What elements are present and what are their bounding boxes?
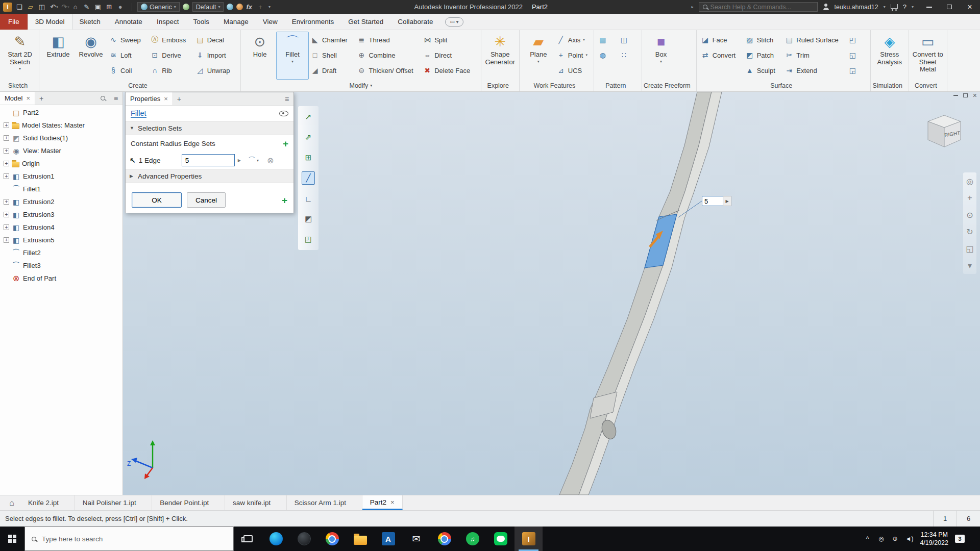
extend-surface-button[interactable]: ◰ ▾	[846, 32, 868, 47]
file-tab[interactable]: Scissor Arm 1.ipt ×	[287, 495, 362, 510]
ribbon-button[interactable]: ◣ Chamfer ▾	[309, 32, 355, 47]
menu-icon[interactable]: ≡	[280, 92, 293, 105]
expand-icon[interactable]: +	[4, 199, 9, 205]
radius-input[interactable]	[182, 154, 235, 166]
start-button[interactable]	[0, 527, 24, 551]
ribbon-button[interactable]: □ Shell ▾	[309, 47, 355, 63]
tree-item[interactable]: + Part2	[0, 106, 122, 119]
material-select[interactable]: Generic ▾	[137, 2, 180, 12]
ribbon-button[interactable]: ∿ Sweep ▾	[107, 32, 149, 47]
ribbon-tab[interactable]: Collaborate	[390, 14, 440, 30]
file-explorer-button[interactable]	[346, 527, 374, 551]
apply-plus-button[interactable]: +	[282, 195, 287, 205]
repair-surface-button[interactable]: ◲ ▾	[846, 63, 868, 78]
doc-close-icon[interactable]: ×	[973, 93, 977, 98]
capture-icon[interactable]: ▣ ▾	[94, 2, 104, 12]
ribbon-tab[interactable]: 3D Model	[28, 14, 72, 30]
notification-icon[interactable]: 3	[955, 535, 965, 543]
parameters-fx-icon[interactable]: fx	[246, 3, 252, 11]
line-button[interactable]	[486, 527, 514, 551]
ribbon-tab[interactable]: Get Started	[341, 14, 390, 30]
tree-item[interactable]: + View: Master	[0, 144, 122, 157]
user-name[interactable]: teuku.ahmad12	[835, 4, 878, 11]
section-selection-sets[interactable]: ▼ Selection Sets	[126, 121, 293, 135]
ribbon-button[interactable]: ⌒ Fillet ▾	[276, 32, 309, 80]
help-search-input[interactable]	[710, 4, 814, 11]
edge-button[interactable]	[262, 527, 290, 551]
help-dropdown-icon[interactable]: ▾	[912, 5, 914, 9]
sketch-driven-pattern-button[interactable]: ∷ ▾	[618, 47, 639, 63]
ribbon-button[interactable]: ⇓ Import ▾	[194, 47, 238, 63]
redo-icon[interactable]: ↷ ▾	[60, 2, 70, 12]
tree-item[interactable]: + Extrusion2	[0, 195, 122, 208]
viewport[interactable]: × ▶ RIGHT ◎+⊙↻◱▾	[123, 92, 980, 495]
user-avatar-icon[interactable]	[823, 4, 829, 10]
ribbon-button[interactable]: ✎ Start 2D Sketch ▾	[4, 32, 36, 80]
orbit-icon[interactable]: ↻	[965, 227, 975, 237]
visibility-eye-icon[interactable]	[279, 111, 288, 116]
expand-icon[interactable]: +	[4, 161, 9, 166]
expand-icon[interactable]: +	[4, 237, 9, 243]
tree-item[interactable]: + End of Part	[0, 272, 122, 285]
ribbon-button[interactable]: ⊿ UCS ▾	[555, 63, 591, 78]
tree-item[interactable]: + Solid Bodies(1)	[0, 132, 122, 144]
fillet-radius-input[interactable]	[702, 196, 723, 206]
inventor-app-icon[interactable]: I	[3, 3, 12, 12]
spotify-button[interactable]	[458, 527, 486, 551]
file-tab[interactable]: saw knife.ipt ×	[225, 495, 287, 510]
ribbon-button[interactable]: ◧ Extrude ▾	[42, 32, 75, 80]
tree-item[interactable]: + Extrusion5	[0, 234, 122, 246]
expand-icon[interactable]: +	[4, 212, 9, 217]
ribbon-button[interactable]: ⊙ Hole ▾	[243, 32, 276, 80]
browser-tab-model[interactable]: Model ×	[0, 92, 35, 105]
expand-icon[interactable]: +	[4, 122, 9, 128]
ribbon-button[interactable]: ◈ Stress Analysis ▾	[873, 32, 906, 80]
inventor-taskbar-button[interactable]	[514, 527, 543, 551]
ribbon-tab[interactable]: Annotate	[108, 14, 150, 30]
ribbon-button[interactable]: ▤ Decal ▾	[194, 32, 238, 47]
ribbon-button[interactable]: ⊜ Thicken/ Offset ▾	[355, 63, 421, 78]
chrome-button[interactable]	[318, 527, 346, 551]
home-icon[interactable]: ⌂	[3, 495, 20, 510]
replace-face-button[interactable]: ◱ ▾	[846, 47, 868, 63]
color-ball-icon[interactable]	[236, 4, 243, 10]
mirror-button[interactable]: ◫ ▾	[618, 32, 639, 47]
add-corner-set-icon[interactable]: ⇗	[302, 131, 315, 144]
ok-button[interactable]: OK	[132, 192, 182, 208]
select-solid-tool-icon[interactable]: ◰	[302, 233, 315, 246]
appearance-ball-icon[interactable]	[183, 4, 189, 10]
cart-icon[interactable]	[891, 4, 898, 9]
qat-dropdown-icon[interactable]: ▾	[268, 5, 271, 9]
add-tab-button[interactable]: +	[35, 92, 47, 105]
expand-icon[interactable]: +	[4, 135, 9, 141]
network-icon[interactable]: ⊕	[892, 535, 899, 542]
ribbon-tab[interactable]: View	[256, 14, 285, 30]
search-icon[interactable]	[96, 92, 109, 105]
section-advanced-properties[interactable]: ▶ Advanced Properties	[126, 169, 293, 183]
select-loop-tool-icon[interactable]: ∟	[302, 192, 315, 205]
ribbon-button[interactable]: ≋ Loft ▾	[107, 47, 149, 63]
view-cube[interactable]: RIGHT	[923, 109, 967, 155]
ribbon-button[interactable]: ▰ Plane ▾	[522, 32, 555, 80]
doc-restore-icon[interactable]	[963, 93, 968, 97]
ribbon-button[interactable]: ✖ Delete Face ▾	[421, 63, 478, 78]
circular-pattern-button[interactable]: ◍ ▾	[597, 47, 618, 63]
doc-minimize-icon[interactable]	[953, 95, 958, 96]
file-tab[interactable]: Knife 2.ipt ×	[20, 495, 75, 510]
ribbon-button[interactable]: ≣ Thread ▾	[355, 32, 421, 47]
open-icon[interactable]: ▱ ▾	[27, 2, 37, 12]
add-tab-button[interactable]: +	[173, 92, 185, 105]
ribbon-tab[interactable]: Environments	[285, 14, 341, 30]
cancel-button[interactable]: Cancel	[187, 192, 226, 208]
volume-icon[interactable]: ◄)	[905, 535, 914, 542]
close-icon[interactable]: ×	[390, 498, 395, 506]
file-tab[interactable]: Part2 ×	[362, 495, 403, 510]
ribbon-button[interactable]: ⇄ Convert ▾	[699, 47, 744, 63]
ribbon-button[interactable]: ◉ Revolve ▾	[75, 32, 107, 80]
ribbon-button[interactable]: ■ Box ▾	[645, 32, 677, 80]
tree-item[interactable]: + Fillet1	[0, 183, 122, 195]
ribbon-button[interactable]: ▨ Stitch ▾	[744, 32, 783, 47]
select-face-tool-icon[interactable]: ◩	[302, 212, 315, 226]
radius-flyout-icon[interactable]: ▶	[238, 158, 241, 163]
home-icon[interactable]: ⌂ ▾	[71, 2, 82, 12]
